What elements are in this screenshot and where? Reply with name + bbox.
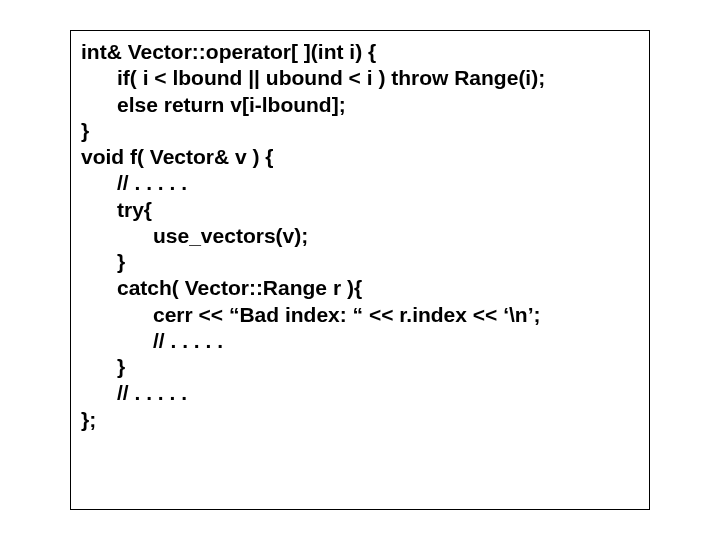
code-line: cerr << “Bad index: “ << r.index << ‘\n’… bbox=[81, 302, 639, 328]
code-line: int& Vector::operator[ ](int i) { bbox=[81, 39, 639, 65]
code-line: if( i < lbound || ubound < i ) throw Ran… bbox=[81, 65, 639, 91]
code-line: // . . . . . bbox=[81, 380, 639, 406]
code-line: // . . . . . bbox=[81, 170, 639, 196]
code-line: try{ bbox=[81, 197, 639, 223]
code-line: } bbox=[81, 354, 639, 380]
code-line: } bbox=[81, 118, 639, 144]
code-line: void f( Vector& v ) { bbox=[81, 144, 639, 170]
code-line: }; bbox=[81, 407, 639, 433]
code-line: else return v[i-lbound]; bbox=[81, 92, 639, 118]
code-line: catch( Vector::Range r ){ bbox=[81, 275, 639, 301]
code-line: // . . . . . bbox=[81, 328, 639, 354]
code-line: use_vectors(v); bbox=[81, 223, 639, 249]
code-line: } bbox=[81, 249, 639, 275]
code-listing-box: int& Vector::operator[ ](int i) { if( i … bbox=[70, 30, 650, 510]
